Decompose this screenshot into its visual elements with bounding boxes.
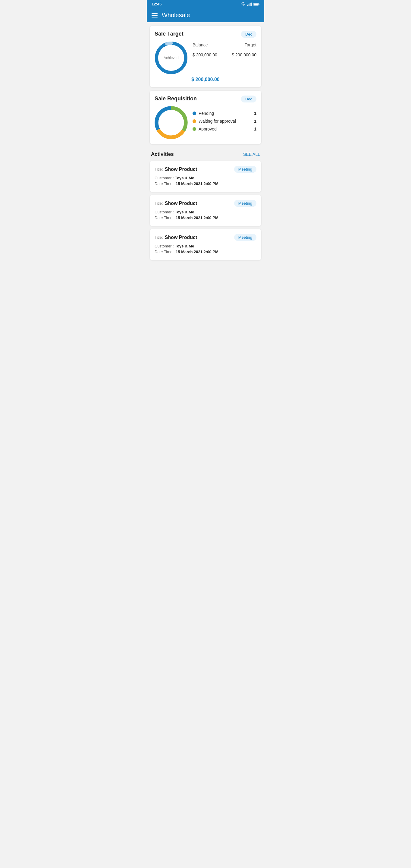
activities-header: Activities SEE ALL (150, 148, 261, 161)
legend-row-approved: Approved 1 (193, 127, 256, 131)
target-labels-row: Balance Target (193, 42, 256, 47)
activity-badge[interactable]: Meeting (234, 166, 256, 173)
sale-req-title: Sale Requisition (155, 96, 197, 102)
sale-target-info: Balance Target $ 200,000.00 $ 200,000.00 (193, 41, 256, 59)
sale-target-title: Sale Target (155, 31, 184, 37)
activity-customer-value: Toys & Me (175, 176, 194, 180)
sale-req-badge[interactable]: Dec (241, 96, 256, 102)
sale-target-card-header: Sale Target Dec (155, 31, 256, 38)
sale-target-badge[interactable]: Dec (241, 31, 256, 38)
activity-title-text: Show Product (165, 167, 197, 172)
svg-rect-0 (247, 4, 248, 6)
activity-title-row: Title: Show Product (155, 201, 197, 206)
activity-customer: Customer : Toys & Me (155, 244, 256, 248)
balance-label: Balance (193, 42, 208, 47)
activity-top: Title: Show Product Meeting (155, 234, 256, 241)
activity-title-row: Title: Show Product (155, 235, 197, 240)
target-values-row: $ 200,000.00 $ 200,000.00 (193, 53, 256, 57)
sale-req-donut-svg (155, 106, 188, 139)
activity-title-row: Title: Show Product (155, 167, 197, 172)
activity-title-label: Title: (155, 235, 163, 240)
pending-dot (193, 112, 196, 115)
target-value: $ 200,000.00 (232, 53, 256, 57)
legend-row-pending: Pending 1 (193, 111, 256, 116)
target-label: Target (245, 42, 256, 47)
waiting-label: Waiting for approval (198, 119, 236, 124)
activity-title-label: Title: (155, 167, 163, 172)
status-bar: 12:45 (147, 0, 264, 8)
sale-req-body: Pending 1 Waiting for approval 1 Approve… (155, 106, 256, 139)
activity-datetime: Date Time : 15 March 2021 2:00 PM (155, 250, 256, 254)
approved-label: Approved (198, 127, 217, 131)
signal-icon (247, 2, 252, 6)
sale-req-card-header: Sale Requisition Dec (155, 96, 256, 102)
waiting-dot (193, 119, 196, 123)
activity-title-label: Title: (155, 201, 163, 206)
pending-label: Pending (198, 111, 214, 116)
wifi-icon (241, 2, 246, 6)
svg-rect-6 (259, 4, 259, 4)
activity-title-text: Show Product (165, 235, 197, 240)
activity-datetime-value: 15 March 2021 2:00 PM (176, 250, 218, 254)
activity-datetime-value: 15 March 2021 2:00 PM (176, 216, 218, 220)
activity-customer-value: Toys & Me (175, 210, 194, 214)
activity-customer-value: Toys & Me (175, 244, 194, 248)
activities-list: Title: Show Product Meeting Customer : T… (150, 161, 261, 260)
activity-top: Title: Show Product Meeting (155, 200, 256, 207)
sale-req-donut-container (155, 106, 188, 139)
header-title: Wholesale (162, 12, 190, 19)
sale-target-amount-below: $ 200,000.00 (155, 77, 256, 82)
sale-target-donut-label: Achieved (164, 56, 179, 60)
legend-row-waiting: Waiting for approval 1 (193, 119, 256, 124)
activity-card: Title: Show Product Meeting Customer : T… (150, 161, 261, 192)
activities-title: Activities (151, 151, 174, 157)
svg-rect-5 (254, 3, 258, 5)
app-header: Wholesale (147, 8, 264, 22)
see-all-button[interactable]: SEE ALL (243, 152, 260, 157)
activity-customer: Customer : Toys & Me (155, 176, 256, 180)
svg-rect-2 (250, 3, 251, 6)
approved-count: 1 (254, 127, 256, 131)
sale-target-donut-container: Achieved (155, 41, 188, 74)
status-icons (241, 2, 259, 6)
activity-badge[interactable]: Meeting (234, 234, 256, 241)
activity-top: Title: Show Product Meeting (155, 166, 256, 173)
status-time: 12:45 (152, 2, 161, 6)
waiting-count: 1 (254, 119, 256, 124)
activity-badge[interactable]: Meeting (234, 200, 256, 207)
svg-rect-3 (251, 2, 252, 6)
svg-rect-1 (249, 4, 250, 6)
sale-target-body: Achieved Balance Target $ 200,000.00 $ 2… (155, 41, 256, 74)
hamburger-menu-button[interactable] (152, 13, 158, 18)
approved-dot (193, 127, 196, 131)
activity-customer: Customer : Toys & Me (155, 210, 256, 214)
sale-target-card: Sale Target Dec Achieved Balance Target … (150, 26, 261, 87)
balance-value: $ 200,000.00 (193, 53, 217, 57)
activity-datetime: Date Time : 15 March 2021 2:00 PM (155, 216, 256, 220)
activities-section: Activities SEE ALL Title: Show Product M… (150, 148, 261, 260)
sale-req-legend: Pending 1 Waiting for approval 1 Approve… (193, 111, 256, 134)
activity-title-text: Show Product (165, 201, 197, 206)
activity-card: Title: Show Product Meeting Customer : T… (150, 195, 261, 226)
sale-requisition-card: Sale Requisition Dec Pending 1 (150, 91, 261, 144)
pending-count: 1 (254, 111, 256, 116)
activity-card: Title: Show Product Meeting Customer : T… (150, 229, 261, 260)
activity-datetime-value: 15 March 2021 2:00 PM (176, 181, 218, 186)
battery-icon (253, 2, 259, 6)
activity-datetime: Date Time : 15 March 2021 2:00 PM (155, 181, 256, 186)
